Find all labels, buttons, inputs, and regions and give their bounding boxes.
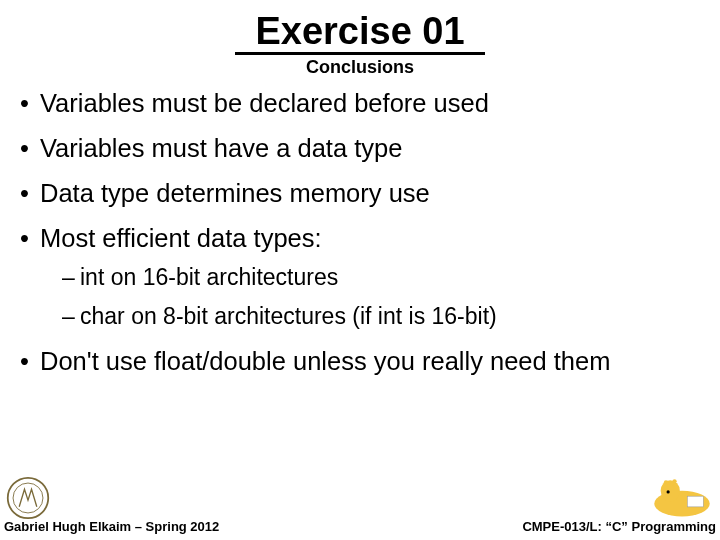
bullet-text: Most efficient data types: [40, 224, 322, 252]
bullet-text: Data type determines memory use [40, 179, 430, 207]
svg-point-3 [661, 480, 680, 501]
bullet-item: Variables must have a data type [20, 133, 704, 164]
slide: Exercise 01 Conclusions Variables must b… [0, 0, 720, 540]
slide-subtitle: Conclusions [0, 57, 720, 78]
svg-point-0 [8, 478, 48, 518]
slug-mascot-icon [650, 466, 714, 520]
svg-point-9 [667, 490, 670, 493]
sub-bullet-list: int on 16-bit architectures char on 8-bi… [40, 262, 704, 332]
sub-bullet-text: int on 16-bit architectures [80, 264, 338, 290]
bullet-text: Variables must be declared before used [40, 89, 489, 117]
svg-line-6 [666, 483, 667, 487]
university-seal-icon [6, 476, 50, 520]
bullet-item: Don't use float/double unless you really… [20, 346, 704, 377]
bullet-item: Data type determines memory use [20, 178, 704, 209]
svg-line-7 [673, 482, 674, 486]
bullet-item: Most efficient data types: int on 16-bit… [20, 223, 704, 332]
sub-bullet-text: char on 8-bit architectures (if int is 1… [80, 303, 497, 329]
sub-bullet-item: int on 16-bit architectures [62, 262, 704, 293]
slide-title: Exercise 01 [0, 12, 720, 52]
svg-point-1 [13, 483, 43, 513]
footer-left: Gabriel Hugh Elkaim – Spring 2012 [4, 519, 219, 534]
sub-bullet-item: char on 8-bit architectures (if int is 1… [62, 301, 704, 332]
bullet-list: Variables must be declared before used V… [0, 88, 720, 378]
title-underline [235, 52, 485, 55]
footer-right: CMPE-013/L: “C” Programming [522, 519, 716, 534]
bullet-text: Don't use float/double unless you really… [40, 347, 610, 375]
bullet-item: Variables must be declared before used [20, 88, 704, 119]
svg-rect-8 [687, 496, 703, 507]
bullet-text: Variables must have a data type [40, 134, 402, 162]
